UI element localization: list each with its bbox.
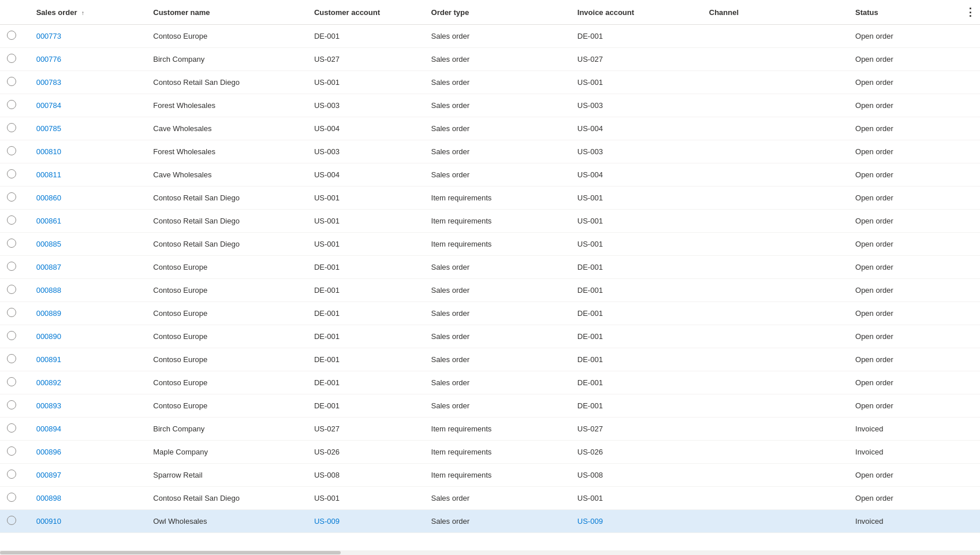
row-checkbox[interactable] — [7, 493, 16, 502]
customer-account-header[interactable]: Customer account — [307, 0, 424, 25]
sales-order-id-link[interactable]: 000783 — [36, 78, 61, 87]
sales-order-id-cell: 000892 — [29, 371, 147, 394]
row-options-cell — [958, 464, 980, 487]
order-type-cell: Sales order — [424, 302, 571, 325]
row-checkbox[interactable] — [7, 470, 16, 479]
sales-order-id-link[interactable]: 000897 — [36, 471, 61, 479]
sales-order-id-link[interactable]: 000890 — [36, 332, 61, 341]
order-type-cell: Sales order — [424, 71, 571, 94]
row-checkbox[interactable] — [7, 54, 16, 63]
row-checkbox[interactable] — [7, 31, 16, 40]
sales-order-header[interactable]: Sales order ↑ — [29, 0, 147, 25]
customer-account-link[interactable]: US-009 — [314, 517, 340, 526]
row-checkbox[interactable] — [7, 192, 16, 202]
sales-order-id-link[interactable]: 000885 — [36, 240, 61, 248]
row-checkbox[interactable] — [7, 400, 16, 409]
row-checkbox[interactable] — [7, 516, 16, 525]
row-checkbox-cell — [0, 256, 29, 279]
sales-order-id-link[interactable]: 000892 — [36, 378, 61, 387]
row-checkbox-cell — [0, 371, 29, 394]
channel-cell — [702, 210, 848, 233]
row-checkbox[interactable] — [7, 215, 16, 225]
table-row: 000894Birch CompanyUS-027Item requiremen… — [0, 418, 980, 441]
order-type-cell: Sales order — [424, 510, 571, 533]
row-checkbox[interactable] — [7, 331, 16, 340]
column-options-icon[interactable]: ⋮ — [965, 6, 975, 18]
row-checkbox[interactable] — [7, 169, 16, 178]
horizontal-scrollbar[interactable] — [0, 550, 980, 555]
channel-header[interactable]: Channel — [702, 0, 848, 25]
row-checkbox-cell — [0, 233, 29, 256]
sales-order-id-cell: 000893 — [29, 394, 147, 418]
invoice-account-cell: DE-001 — [571, 25, 702, 48]
invoice-account-link[interactable]: US-009 — [577, 517, 603, 526]
row-options-cell — [958, 94, 980, 117]
sales-order-id-link[interactable]: 000894 — [36, 424, 61, 433]
row-checkbox[interactable] — [7, 285, 16, 294]
sales-order-id-link[interactable]: 000896 — [36, 448, 61, 456]
table-row: 000811Cave WholesalesUS-004Sales orderUS… — [0, 163, 980, 187]
customer-account-cell: US-001 — [307, 487, 424, 510]
sales-order-id-link[interactable]: 000785 — [36, 124, 61, 133]
order-type-cell: Sales order — [424, 279, 571, 302]
row-options-cell — [958, 187, 980, 210]
customer-account-cell: DE-001 — [307, 279, 424, 302]
order-type-cell: Item requirements — [424, 233, 571, 256]
sales-order-id-link[interactable]: 000784 — [36, 101, 61, 110]
row-options-cell — [958, 325, 980, 348]
customer-account-cell: US-009 — [307, 510, 424, 533]
sales-order-id-cell: 000776 — [29, 48, 147, 71]
status-cell: Open order — [848, 48, 958, 71]
customer-account-cell: US-008 — [307, 464, 424, 487]
row-checkbox[interactable] — [7, 262, 16, 271]
status-cell: Invoiced — [848, 510, 958, 533]
sales-order-id-link[interactable]: 000861 — [36, 217, 61, 225]
customer-account-cell: DE-001 — [307, 348, 424, 371]
status-header[interactable]: Status — [848, 0, 958, 25]
sales-order-id-link[interactable]: 000773 — [36, 32, 61, 40]
invoice-account-cell: DE-001 — [571, 256, 702, 279]
status-cell: Open order — [848, 233, 958, 256]
row-options-cell — [958, 163, 980, 187]
order-type-header[interactable]: Order type — [424, 0, 571, 25]
row-options-cell — [958, 117, 980, 140]
sales-order-id-link[interactable]: 000889 — [36, 309, 61, 318]
sales-order-id-link[interactable]: 000888 — [36, 286, 61, 295]
sales-order-id-link[interactable]: 000860 — [36, 193, 61, 202]
invoice-account-header-label: Invoice account — [577, 8, 634, 17]
channel-cell — [702, 233, 848, 256]
customer-name-cell: Contoso Europe — [146, 302, 307, 325]
sales-order-id-link[interactable]: 000811 — [36, 170, 61, 179]
customer-name-header[interactable]: Customer name — [146, 0, 307, 25]
row-checkbox[interactable] — [7, 354, 16, 363]
row-options-cell — [958, 487, 980, 510]
sales-order-id-link[interactable]: 000893 — [36, 401, 61, 410]
sales-order-id-link[interactable]: 000887 — [36, 263, 61, 271]
sales-order-id-link[interactable]: 000910 — [36, 517, 61, 526]
invoice-account-header[interactable]: Invoice account — [571, 0, 702, 25]
invoice-account-cell: DE-001 — [571, 279, 702, 302]
row-checkbox[interactable] — [7, 146, 16, 155]
sales-order-id-link[interactable]: 000776 — [36, 55, 61, 64]
customer-account-cell: US-004 — [307, 117, 424, 140]
invoice-account-cell: US-003 — [571, 94, 702, 117]
row-options-cell — [958, 348, 980, 371]
row-checkbox[interactable] — [7, 239, 16, 248]
row-checkbox[interactable] — [7, 100, 16, 109]
row-checkbox[interactable] — [7, 77, 16, 86]
sales-orders-table: Sales order ↑ Customer name Customer acc… — [0, 0, 980, 533]
customer-name-cell: Contoso Europe — [146, 25, 307, 48]
sales-order-id-link[interactable]: 000898 — [36, 494, 61, 502]
scrollbar-thumb[interactable] — [0, 551, 341, 554]
row-checkbox[interactable] — [7, 423, 16, 433]
sales-order-id-cell: 000894 — [29, 418, 147, 441]
sales-order-id-link[interactable]: 000891 — [36, 355, 61, 364]
row-checkbox[interactable] — [7, 123, 16, 132]
sales-order-id-cell: 000887 — [29, 256, 147, 279]
row-checkbox-cell — [0, 187, 29, 210]
row-checkbox[interactable] — [7, 446, 16, 456]
row-checkbox[interactable] — [7, 377, 16, 386]
sales-order-id-cell: 000783 — [29, 71, 147, 94]
sales-order-id-link[interactable]: 000810 — [36, 147, 61, 156]
row-checkbox[interactable] — [7, 308, 16, 317]
